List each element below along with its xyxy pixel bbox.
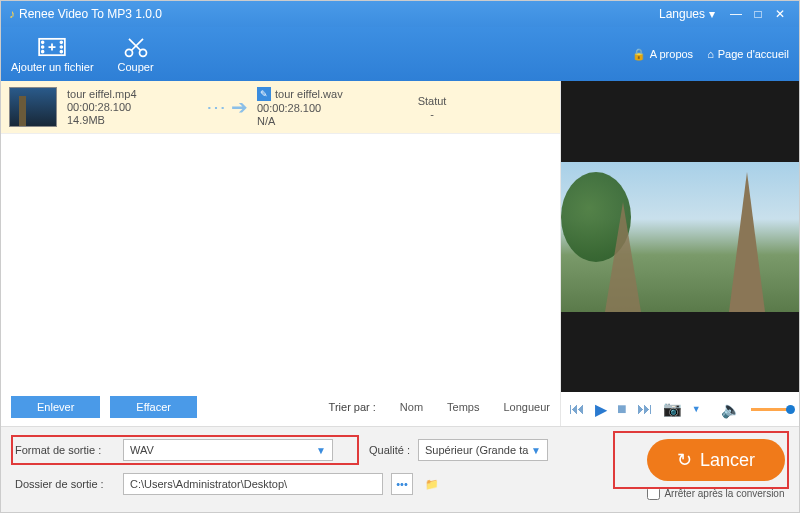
volume-icon[interactable]: 🔈	[721, 400, 741, 419]
add-file-button[interactable]: Ajouter un fichier	[11, 35, 94, 73]
add-file-label: Ajouter un fichier	[11, 61, 94, 73]
volume-slider[interactable]	[751, 408, 791, 411]
sort-time[interactable]: Temps	[447, 401, 479, 413]
browse-button[interactable]: •••	[391, 473, 413, 495]
source-size: 14.9MB	[67, 114, 197, 126]
cut-button[interactable]: Couper	[118, 35, 154, 73]
arrow-icon: ⋯ ➔	[197, 95, 257, 119]
play-button[interactable]: ▶	[595, 400, 607, 419]
remove-button[interactable]: Enlever	[11, 396, 100, 418]
bottom-panel: Format de sortie : WAV ▼ Qualité : Supér…	[1, 426, 799, 512]
preview-controls: ⏮ ▶ ■ ⏭ 📷 ▼ 🔈	[561, 392, 799, 426]
titlebar: ♪ Renee Video To MP3 1.0.0 Langues ▾ — □…	[1, 1, 799, 27]
status-label: Statut	[397, 95, 467, 107]
home-icon: ⌂	[707, 48, 714, 60]
app-icon: ♪	[9, 7, 15, 21]
svg-point-3	[42, 51, 44, 53]
chevron-down-icon: ▾	[709, 7, 715, 21]
sort-name[interactable]: Nom	[400, 401, 423, 413]
open-folder-button[interactable]: 📁	[421, 473, 443, 495]
left-panel: tour eiffel.mp4 00:00:28.100 14.9MB ⋯ ➔ …	[1, 81, 561, 426]
source-duration: 00:00:28.100	[67, 101, 197, 113]
film-plus-icon	[38, 35, 66, 59]
about-link[interactable]: 🔒 A propos	[632, 48, 693, 61]
preview-viewport	[561, 81, 799, 392]
chevron-down-icon: ▼	[531, 445, 541, 456]
prev-button[interactable]: ⏮	[569, 400, 585, 418]
file-row[interactable]: tour eiffel.mp4 00:00:28.100 14.9MB ⋯ ➔ …	[1, 81, 560, 134]
stop-after-label: Arrêter après la conversion	[664, 488, 784, 499]
preview-image	[561, 162, 799, 312]
quality-select[interactable]: Supérieur (Grande ta ▼	[418, 439, 548, 461]
highlight-format	[11, 435, 359, 465]
list-buttons-row: Enlever Effacer Trier par : Nom Temps Lo…	[1, 388, 560, 426]
main-area: tour eiffel.mp4 00:00:28.100 14.9MB ⋯ ➔ …	[1, 81, 799, 426]
svg-point-5	[61, 46, 63, 48]
chevron-down-icon[interactable]: ▼	[692, 404, 701, 414]
dest-filename: tour eiffel.wav	[275, 88, 343, 100]
quality-label: Qualité :	[369, 444, 410, 456]
svg-point-2	[42, 46, 44, 48]
file-thumbnail	[9, 87, 57, 127]
about-label: A propos	[650, 48, 693, 60]
highlight-launch	[613, 431, 789, 489]
languages-menu[interactable]: Langues ▾	[659, 7, 715, 21]
svg-point-4	[61, 41, 63, 43]
lock-icon: 🔒	[632, 48, 646, 61]
sort-length[interactable]: Longueur	[504, 401, 551, 413]
home-label: Page d'accueil	[718, 48, 789, 60]
preview-panel: ⏮ ▶ ■ ⏭ 📷 ▼ 🔈	[561, 81, 799, 426]
file-list: tour eiffel.mp4 00:00:28.100 14.9MB ⋯ ➔ …	[1, 81, 560, 388]
sort-label: Trier par :	[329, 401, 376, 413]
dest-size: N/A	[257, 115, 397, 127]
folder-label: Dossier de sortie :	[15, 478, 115, 490]
close-button[interactable]: ✕	[769, 7, 791, 21]
minimize-button[interactable]: —	[725, 7, 747, 21]
quality-value: Supérieur (Grande ta	[425, 444, 528, 456]
dest-duration: 00:00:28.100	[257, 102, 397, 114]
maximize-button[interactable]: □	[747, 7, 769, 21]
svg-point-1	[42, 41, 44, 43]
languages-label: Langues	[659, 7, 705, 21]
cut-label: Couper	[118, 61, 154, 73]
scissors-icon	[122, 35, 150, 59]
toolbar: Ajouter un fichier Couper 🔒 A propos ⌂ P…	[1, 27, 799, 81]
app-title: Renee Video To MP3 1.0.0	[19, 7, 162, 21]
folder-input[interactable]: C:\Users\Administrator\Desktop\	[123, 473, 383, 495]
status-value: -	[397, 108, 467, 120]
edit-icon[interactable]: ✎	[257, 87, 271, 101]
clear-button[interactable]: Effacer	[110, 396, 197, 418]
next-button[interactable]: ⏭	[637, 400, 653, 418]
stop-button[interactable]: ■	[617, 400, 627, 418]
snapshot-button[interactable]: 📷	[663, 400, 682, 418]
svg-point-6	[61, 51, 63, 53]
source-filename: tour eiffel.mp4	[67, 88, 197, 100]
home-link[interactable]: ⌂ Page d'accueil	[707, 48, 789, 60]
